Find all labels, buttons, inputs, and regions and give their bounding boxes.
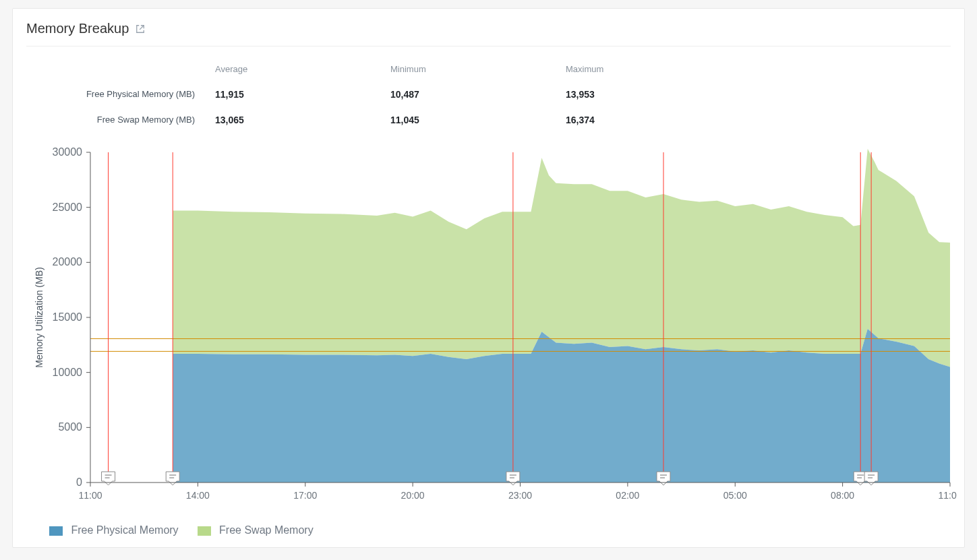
svg-text:10000: 10000 [53,367,83,378]
svg-text:05:00: 05:00 [723,490,747,501]
legend-item-swap[interactable]: Free Swap Memory [198,524,314,536]
svg-text:14:00: 14:00 [186,490,210,501]
col-avg: Average [215,64,390,74]
row-phys-label: Free Physical Memory (MB) [26,89,215,100]
chart-container: 05000100001500020000250003000011:0014:00… [26,146,951,536]
svg-text:11:00: 11:00 [938,490,957,501]
row-swap-label: Free Swap Memory (MB) [26,115,215,125]
card-header: Memory Breakup [26,21,951,46]
svg-text:23:00: 23:00 [508,490,532,501]
legend-swatch-phys [49,526,63,536]
legend-swatch-swap [198,526,211,536]
chart-legend: Free Physical Memory Free Swap Memory [26,523,951,536]
col-min: Minimum [390,64,566,74]
svg-text:11:00: 11:00 [78,490,102,501]
svg-text:5000: 5000 [58,421,82,433]
svg-text:Memory Utilization (MB): Memory Utilization (MB) [34,267,45,367]
memory-chart[interactable]: 05000100001500020000250003000011:0014:00… [26,146,957,523]
legend-item-phys[interactable]: Free Physical Memory [49,524,179,536]
svg-text:20:00: 20:00 [401,490,425,501]
svg-text:02:00: 02:00 [616,490,639,501]
col-max: Maximum [566,64,741,74]
card-title: Memory Breakup [26,21,129,36]
svg-text:25000: 25000 [53,201,83,213]
row-swap-avg: 13,065 [215,115,390,125]
popout-icon[interactable] [136,24,145,34]
svg-text:08:00: 08:00 [831,490,854,501]
svg-text:17:00: 17:00 [293,490,317,501]
row-phys-max: 13,953 [566,89,741,100]
row-phys-avg: 11,915 [215,89,390,100]
svg-text:0: 0 [76,476,82,488]
memory-breakup-card: Memory Breakup Average Minimum Maximum F… [12,8,965,548]
row-phys-min: 10,487 [390,89,566,100]
row-swap-min: 11,045 [390,115,566,125]
svg-text:20000: 20000 [53,256,83,268]
stats-table: Average Minimum Maximum Free Physical Me… [26,46,951,132]
svg-text:30000: 30000 [53,146,83,158]
row-swap-max: 16,374 [566,115,741,125]
svg-text:15000: 15000 [53,311,83,323]
